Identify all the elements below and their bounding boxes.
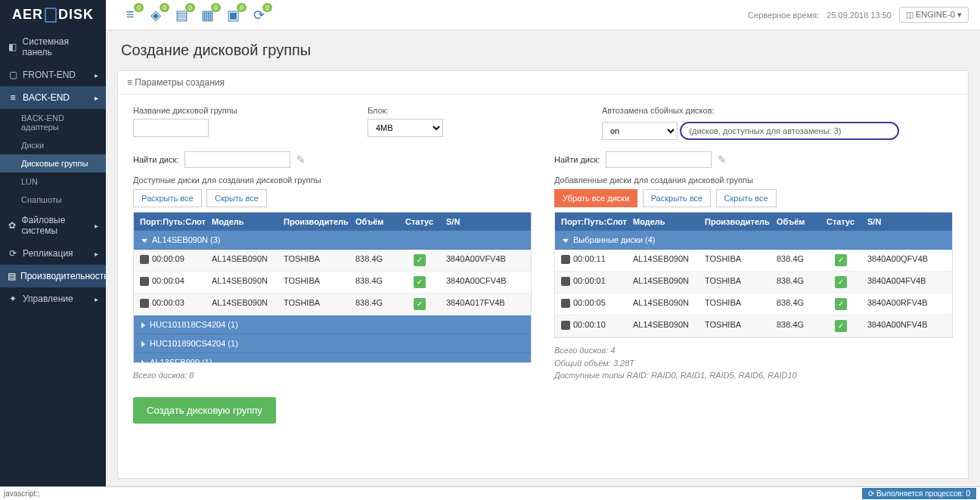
table-row[interactable]: 00:00:05AL14SEB090NTOSHIBA838.4G✓3840A00… (555, 293, 952, 315)
expand-all-left[interactable]: Раскрыть все (133, 189, 202, 207)
available-title: Доступные диски для создания дисковой гр… (133, 175, 532, 185)
available-grid: Порт:Путь:Слот Модель Производитель Объё… (133, 212, 532, 363)
block-select[interactable]: 4MB (368, 119, 443, 137)
left-summary: Всего дисков: 8 (133, 369, 532, 382)
group-icon[interactable]: ▦0 (198, 6, 216, 24)
remove-all-button[interactable]: Убрать все диски (554, 189, 637, 207)
find-disk-label-left: Найти диск: (133, 155, 178, 164)
table-row[interactable]: 00:00:03AL14SEB090NTOSHIBA838.4G✓3840A01… (134, 293, 531, 315)
server-time-value: 25.09.2018 13:50 (826, 11, 892, 20)
disk-group[interactable]: AL13SEB900 (1) (134, 353, 531, 363)
nav-sub-item[interactable]: Дисковые группы (0, 154, 106, 172)
content-card: ≡ Параметры создания Название дисковой г… (117, 70, 969, 479)
collapse-all-right[interactable]: Скрыть все (716, 189, 777, 207)
status-ok-icon: ✓ (835, 254, 847, 266)
table-row[interactable]: 00:00:01AL14SEB090NTOSHIBA838.4G✓3840A00… (555, 272, 952, 293)
added-grid: Порт:Путь:Слот Модель Производитель Объё… (554, 212, 953, 338)
card-header: ≡ Параметры создания (118, 71, 968, 95)
nav-item[interactable]: ◧Системная панель (0, 30, 106, 64)
added-panel: Найти диск: ✎ Добавленные диски для созд… (554, 151, 953, 382)
nav-sub-item[interactable]: BACK-END адаптеры (0, 109, 106, 136)
table-row[interactable]: 00:00:09AL14SEB090NTOSHIBA838.4G✓3840A00… (134, 250, 531, 272)
disk-group[interactable]: HUC101890CS4204 (1) (134, 334, 531, 353)
footer-processes[interactable]: ⟳ Выполняется процессов: 0 (862, 488, 976, 499)
find-disk-input-left[interactable] (185, 151, 290, 168)
status-ok-icon: ✓ (835, 276, 847, 288)
expand-all-right[interactable]: Раскрыть все (643, 189, 712, 207)
footer: javascript:; ⟳ Выполняется процессов: 0 (0, 486, 980, 500)
status-ok-icon: ✓ (835, 320, 847, 332)
table-row[interactable]: 00:00:04AL14SEB090NTOSHIBA838.4G✓3840A00… (134, 272, 531, 293)
nav-item[interactable]: ⟳Репликация▸ (0, 242, 106, 265)
create-group-button[interactable]: Создать дисковую группу (133, 397, 276, 424)
server-icon[interactable]: ▤0 (172, 6, 191, 24)
added-title: Добавленные диски для создания дисковой … (554, 175, 953, 185)
clear-icon[interactable]: ✎ (718, 154, 727, 166)
group-name-input[interactable] (133, 119, 209, 137)
db-icon[interactable]: ≡0 (121, 6, 139, 24)
main: Создание дисковой группы ≡ Параметры соз… (106, 30, 980, 486)
status-ok-icon: ✓ (414, 254, 426, 266)
autoreplace-select[interactable]: on (602, 122, 678, 140)
page-title: Создание дисковой группы (106, 30, 980, 70)
nav-item[interactable]: ✦Управление▸ (0, 287, 106, 310)
autoreplace-label: Автозамена сбойных дисков: (602, 106, 953, 115)
collapse-all-left[interactable]: Скрыть все (206, 189, 267, 207)
disk-group[interactable]: AL14SEB090N (3) (134, 231, 531, 250)
engine-selector[interactable]: ◫ ENGINE-0 ▾ (899, 7, 969, 23)
find-disk-label-right: Найти диск: (554, 155, 600, 164)
header-right: Серверное время: 25.09.2018 13:50 ◫ ENGI… (748, 7, 980, 23)
footer-left: javascript:; (4, 489, 40, 498)
disk-icon[interactable]: ◈0 (147, 6, 165, 24)
nav-sub-item[interactable]: Снапшоты (0, 191, 106, 209)
table-row[interactable]: 00:00:10AL14SEB090NTOSHIBA838.4G✓3840A00… (555, 315, 952, 337)
nav-sub-item[interactable]: Диски (0, 136, 106, 154)
top-header: AERDISK ≡0 ◈0 ▤0 ▦0 ▣0 ⟳0 Серверное врем… (0, 0, 980, 30)
nav-sub-item[interactable]: LUN (0, 172, 106, 191)
nav-item[interactable]: ▢FRONT-END▸ (0, 64, 106, 86)
block-label: Блок: (368, 106, 579, 115)
selected-group[interactable]: Выбранные диски (4) (555, 231, 952, 250)
autoreplace-hint: (дисков, доступных для автозамены: 3) (680, 122, 899, 140)
sidebar: ◧Системная панель▢FRONT-END▸≡BACK-END▸BA… (0, 30, 106, 486)
nav-item[interactable]: ≡BACK-END▸ (0, 86, 106, 109)
nav-item[interactable]: ✿Файловые системы▸ (0, 209, 106, 242)
grid-header-right: Порт:Путь:Слот Модель Производитель Объё… (555, 213, 952, 231)
server-time-label: Серверное время: (748, 11, 819, 20)
grid-header-left: Порт:Путь:Слот Модель Производитель Объё… (134, 213, 531, 231)
clear-icon[interactable]: ✎ (296, 154, 305, 166)
group-name-label: Название дисковой группы (133, 106, 345, 115)
top-icons: ≡0 ◈0 ▤0 ▦0 ▣0 ⟳0 (106, 6, 268, 24)
right-summary: Всего дисков: 4 Общий объём: 3.28T Досту… (554, 344, 953, 382)
status-ok-icon: ✓ (414, 276, 426, 288)
status-ok-icon: ✓ (414, 298, 426, 310)
disk-group[interactable]: HUC101818CS4204 (1) (134, 315, 531, 334)
table-row[interactable]: 00:00:11AL14SEB090NTOSHIBA838.4G✓3840A00… (555, 250, 952, 272)
storage-icon[interactable]: ▣0 (224, 6, 242, 24)
nav-item[interactable]: ▤Производительность▸ (0, 265, 106, 287)
status-ok-icon: ✓ (835, 298, 847, 310)
logo: AERDISK (0, 0, 106, 30)
find-disk-input-right[interactable] (606, 151, 712, 168)
signal-icon[interactable]: ⟳0 (250, 6, 268, 24)
available-panel: Найти диск: ✎ Доступные диски для создан… (133, 151, 532, 382)
